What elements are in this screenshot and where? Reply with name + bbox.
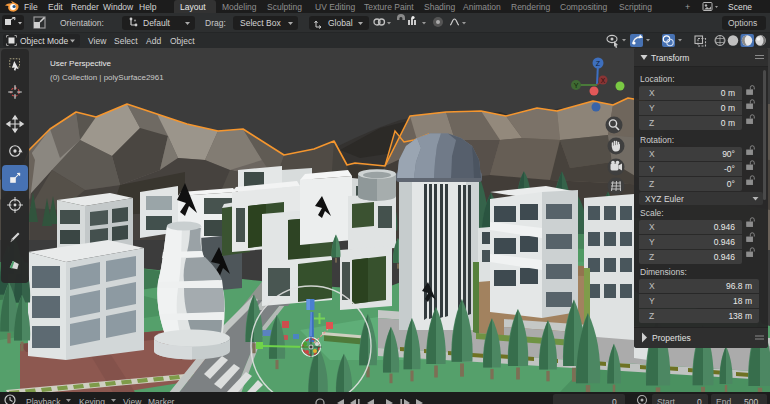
svg-text:X: X xyxy=(601,77,606,84)
svg-text:Y: Y xyxy=(574,82,579,89)
svg-text:Z: Z xyxy=(596,60,601,67)
